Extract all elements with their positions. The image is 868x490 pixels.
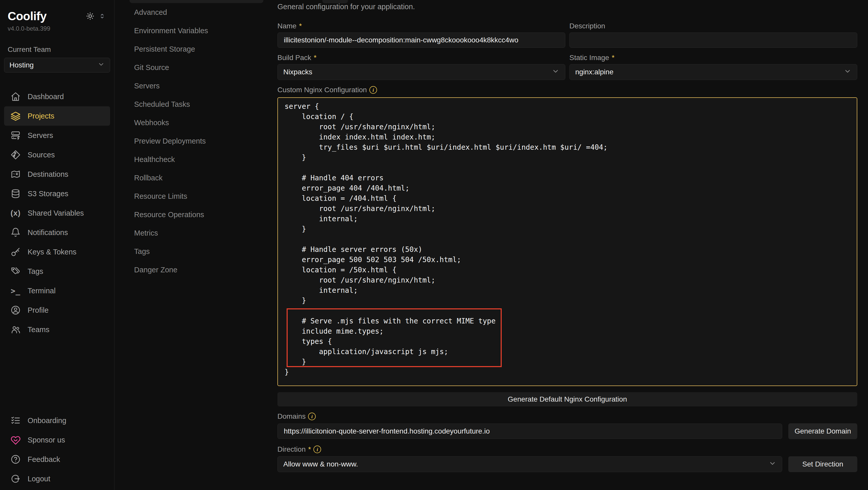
sidebar-item-label: Dashboard <box>28 92 64 101</box>
description-field-group: Description <box>569 22 857 48</box>
required-marker: * <box>308 445 311 454</box>
config-menu-label: Servers <box>134 82 160 90</box>
nginx-config-label: Custom Nginx Configuration <box>277 86 367 94</box>
direction-value: Allow www & non-www. <box>283 460 358 468</box>
required-marker: * <box>299 22 302 30</box>
sidebar-footer: Onboarding Sponsor us Feedback Logout <box>0 411 114 488</box>
config-menu-selected-partial[interactable] <box>129 0 264 3</box>
config-menu-item-git-source[interactable]: Git Source <box>115 58 277 76</box>
braces-x-icon: (x) <box>10 208 21 218</box>
domains-input[interactable] <box>277 424 782 439</box>
config-menu-item-resource-operations[interactable]: Resource Operations <box>115 205 277 224</box>
team-select[interactable]: Hosting <box>4 58 110 72</box>
set-direction-button[interactable]: Set Direction <box>788 456 857 472</box>
git-source-icon <box>10 149 21 160</box>
app-version: v4.0.0-beta.399 <box>0 23 114 32</box>
server-icon <box>10 130 21 141</box>
sidebar-item-keys-tokens[interactable]: Keys & Tokens <box>4 242 110 262</box>
config-menu-item-persistent-storage[interactable]: Persistent Storage <box>115 40 277 58</box>
map-icon <box>10 169 21 180</box>
config-menu-label: Resource Limits <box>134 192 187 201</box>
sidebar-item-feedback[interactable]: Feedback <box>4 450 110 469</box>
team-select-value: Hosting <box>9 61 34 69</box>
theme-sun-icon[interactable] <box>86 12 94 20</box>
theme-selector-chevrons-icon[interactable] <box>99 13 105 20</box>
generate-default-nginx-button[interactable]: Generate Default Nginx Configuration <box>277 392 857 406</box>
sidebar-item-destinations[interactable]: Destinations <box>4 164 110 184</box>
config-menu-item-environment-variables[interactable]: Environment Variables <box>115 22 277 40</box>
static-image-label: Static Image <box>569 54 609 62</box>
build-pack-value: Nixpacks <box>283 68 312 76</box>
info-icon[interactable]: i <box>308 412 316 420</box>
app-logo: Coolify <box>8 9 46 23</box>
sidebar-item-servers[interactable]: Servers <box>4 126 110 145</box>
domains-label: Domains <box>277 412 306 421</box>
sidebar-item-label: Tags <box>28 267 43 276</box>
direction-select[interactable]: Allow www & non-www. <box>277 456 782 472</box>
description-label: Description <box>569 22 605 30</box>
sidebar-item-label: Onboarding <box>28 417 66 425</box>
sidebar-item-label: Projects <box>28 112 54 120</box>
build-pack-label: Build Pack <box>277 54 311 62</box>
nginx-config-code[interactable]: server { location / { root /usr/share/ng… <box>278 98 857 381</box>
sidebar-item-label: S3 Storages <box>28 189 68 198</box>
sidebar-item-onboarding[interactable]: Onboarding <box>4 411 110 430</box>
terminal-icon: >_ <box>10 285 21 296</box>
build-pack-select[interactable]: Nixpacks <box>277 64 565 80</box>
config-menu-item-resource-limits[interactable]: Resource Limits <box>115 187 277 205</box>
sidebar-item-dashboard[interactable]: Dashboard <box>4 87 110 106</box>
sidebar-item-label: Teams <box>28 326 49 334</box>
config-menu-item-scheduled-tasks[interactable]: Scheduled Tasks <box>115 95 277 114</box>
sidebar-item-projects[interactable]: Projects <box>4 106 110 126</box>
sidebar-item-label: Servers <box>28 131 53 140</box>
info-icon[interactable]: i <box>313 446 321 453</box>
config-menu-item-servers[interactable]: Servers <box>115 76 277 95</box>
sidebar-item-teams[interactable]: Teams <box>4 320 110 339</box>
config-menu-item-metrics[interactable]: Metrics <box>115 224 277 242</box>
bell-icon <box>10 227 21 238</box>
name-input[interactable] <box>277 32 565 48</box>
sidebar-item-label: Destinations <box>28 170 68 179</box>
config-menu-label: Metrics <box>134 229 158 237</box>
static-image-field-group: Static Image * nginx:alpine <box>569 53 857 80</box>
nginx-config-editor[interactable]: server { location / { root /usr/share/ng… <box>277 97 857 386</box>
config-menu-item-healthcheck[interactable]: Healthcheck <box>115 150 277 169</box>
config-menu-label: Rollback <box>134 174 162 182</box>
config-menu-label: Scheduled Tasks <box>134 100 190 109</box>
static-image-select[interactable]: nginx:alpine <box>569 64 857 80</box>
sidebar-item-label: Logout <box>28 475 50 483</box>
config-menu-item-preview-deployments[interactable]: Preview Deployments <box>115 132 277 150</box>
chevron-down-icon <box>769 460 776 469</box>
config-menu: Advanced Environment Variables Persisten… <box>115 0 277 279</box>
description-input[interactable] <box>569 32 857 48</box>
chevron-down-icon <box>552 67 559 77</box>
sidebar-item-notifications[interactable]: Notifications <box>4 223 110 242</box>
config-menu-item-advanced[interactable]: Advanced <box>115 3 277 22</box>
sidebar-item-tags[interactable]: Tags <box>4 262 110 281</box>
heart-icon <box>10 434 21 445</box>
sidebar-item-shared-variables[interactable]: (x) Shared Variables <box>4 203 110 223</box>
sidebar-item-sources[interactable]: Sources <box>4 145 110 164</box>
config-menu-label: Git Source <box>134 63 169 72</box>
partial-top-button[interactable] <box>322 0 348 3</box>
config-menu-item-rollback[interactable]: Rollback <box>115 169 277 187</box>
required-marker: * <box>314 54 316 62</box>
sidebar-item-sponsor-us[interactable]: Sponsor us <box>4 430 110 450</box>
config-menu-item-tags[interactable]: Tags <box>115 242 277 261</box>
config-menu-label: Resource Operations <box>134 211 204 219</box>
sidebar-item-logout[interactable]: Logout <box>4 469 110 488</box>
config-menu-item-danger-zone[interactable]: Danger Zone <box>115 261 277 279</box>
sidebar-item-s3-storages[interactable]: S3 Storages <box>4 184 110 203</box>
generate-domain-button[interactable]: Generate Domain <box>788 423 857 439</box>
sidebar-item-label: Notifications <box>28 228 68 237</box>
sidebar-item-profile[interactable]: Profile <box>4 301 110 320</box>
logout-icon <box>10 473 21 484</box>
sidebar-item-label: Keys & Tokens <box>28 248 76 256</box>
config-menu-label: Webhooks <box>134 119 169 127</box>
info-icon[interactable]: i <box>369 86 377 94</box>
config-menu-item-webhooks[interactable]: Webhooks <box>115 114 277 132</box>
config-menu-label: Environment Variables <box>134 27 208 35</box>
sidebar-item-terminal[interactable]: >_ Terminal <box>4 281 110 301</box>
tags-icon <box>10 266 21 277</box>
sidebar-item-label: Terminal <box>28 287 56 295</box>
